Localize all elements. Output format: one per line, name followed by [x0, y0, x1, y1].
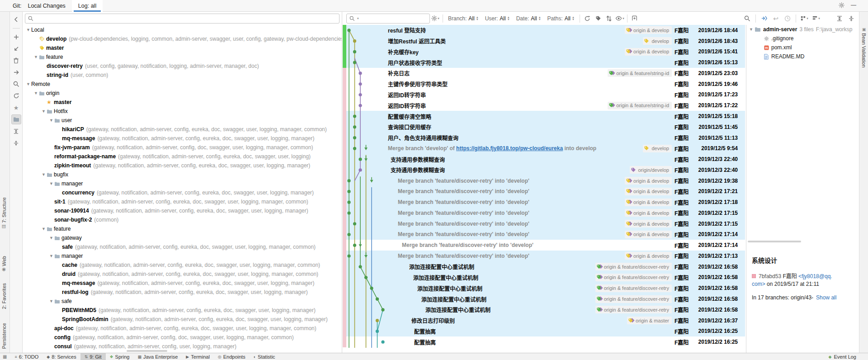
branch-tree-item-origin[interactable]: ▼origin — [23, 89, 342, 98]
branch-tree-item-druid[interactable]: druid(gateway, notification, admin-serve… — [23, 270, 342, 279]
branch-tree-item-sonar-190914[interactable]: sonar-190914(gateway, notification, admi… — [23, 206, 342, 215]
commit-row[interactable]: Merge branch 'develop' of https://gitlab… — [343, 143, 745, 154]
sort-icon[interactable] — [604, 14, 614, 24]
branch-tree-item-manager[interactable]: ▼manager — [23, 179, 342, 188]
statusbar-endpoints[interactable]: ◎Endpoints — [214, 353, 250, 360]
branch-tree-item-sonar-bugfix-2[interactable]: sonar-bugfix-2(common) — [23, 215, 342, 224]
hide-toolwindow-icon[interactable]: — — [851, 2, 856, 8]
filter-date[interactable]: Date:All▲▼ — [516, 15, 541, 22]
bean-validation-tab[interactable]: ▣ Bean Validation — [861, 27, 867, 67]
branch-tree-item-restful-log[interactable]: restful-log(gateway, notification, admin… — [23, 288, 342, 297]
branch-tree-item-config[interactable]: config(gateway, notification, admin-serv… — [23, 333, 342, 342]
branch-label[interactable]: origin & develop — [625, 48, 672, 56]
commit-row[interactable]: Merge branch 'feature/discover-retry' in… — [343, 208, 745, 218]
branch-label[interactable]: origin/develop — [630, 166, 672, 174]
expand-arrow-icon[interactable]: ▼ — [48, 116, 54, 125]
commit-row[interactable]: 补充缓存keyorigin & developF嘉阳2019/12/6 15:4… — [343, 47, 745, 57]
branch-tree-item-sit-1[interactable]: sit-1(gateway, notification, admin-serve… — [23, 197, 342, 206]
branch-tree-item-gateway[interactable]: ▼gateway — [23, 233, 342, 242]
commit-row[interactable]: 返回ID转字符串origin & feature/string-idF嘉阳201… — [343, 100, 745, 111]
commit-row[interactable]: 添加连接配置中心重试机制origin & feature/discover-re… — [343, 261, 745, 272]
changed-file-readme-md[interactable]: README.MD — [746, 52, 859, 61]
commit-row[interactable]: 增加Restful 返回工具类developF嘉阳2019/12/6 18:43 — [343, 36, 745, 47]
collapse-all-icon[interactable] — [11, 138, 21, 148]
branch-tree-item-springbootadmin[interactable]: SpringBootAdmin(gateway, notification, a… — [23, 315, 342, 324]
branch-label[interactable]: origin & develop — [625, 199, 672, 206]
stripe-tab--structure[interactable]: ▤ 7: Structure — [1, 197, 7, 229]
stripe-tab-web[interactable]: ◉ Web — [1, 256, 7, 272]
navigate-commit-icon[interactable] — [759, 14, 769, 24]
commit-row[interactable]: 用户状态接收字符类型F嘉阳2019/12/6 15:13 — [343, 57, 745, 68]
branch-label[interactable]: origin & feature/discover-retry — [595, 295, 672, 303]
log-settings-gear-icon[interactable] — [430, 14, 441, 24]
branch-tree-item-zipkin-timeout[interactable]: zipkin-timeout(gateway, notification, ad… — [23, 161, 342, 170]
branch-label[interactable]: origin & develop — [625, 177, 672, 185]
trash-icon[interactable] — [11, 56, 21, 66]
commit-row[interactable]: 用户、角色支持通用模糊查询F嘉阳2019/12/5 11:13 — [343, 133, 745, 143]
commit-row[interactable]: Merge branch 'feature/discover-retry' in… — [343, 229, 745, 240]
eye-view-options-icon[interactable] — [614, 14, 625, 24]
commit-row[interactable]: Merge branch 'feature/discover-retry' in… — [343, 240, 745, 251]
expand-all-icon[interactable] — [834, 14, 845, 24]
statusbar-6-todo[interactable]: ≡6: TODO — [10, 353, 42, 360]
branch-tree-item-consul[interactable]: consul(gateway, notification, admin-serv… — [23, 342, 342, 351]
star-icon[interactable]: ★ — [11, 103, 21, 113]
statusbar-statistic[interactable]: ◐Statistic — [250, 353, 279, 360]
expand-arrow-icon[interactable]: ▼ — [41, 224, 47, 233]
merge-source-link[interactable]: https://gitlab.fjy8018.top/pw-cloud/eure… — [456, 145, 563, 152]
commit-row[interactable]: Merge branch 'feature/discover-retry' in… — [343, 218, 745, 229]
author-email-link[interactable]: <fjy8018@qq. — [798, 273, 832, 279]
statusbar-terminal[interactable]: ▶Terminal — [182, 353, 214, 360]
folder-boxed-icon[interactable] — [11, 114, 21, 124]
branch-tree-item-reformat-package-name[interactable]: reformat-package-name(gateway, notificat… — [23, 152, 342, 161]
commit-row[interactable]: Merge branch 'feature/discover-retry' in… — [343, 175, 745, 186]
expand-arrow-icon[interactable]: ▼ — [48, 179, 54, 188]
statusbar-spring[interactable]: ❖Spring — [106, 353, 134, 360]
branch-tree-item-fix-jvm-param[interactable]: fix-jvm-param(gateway, notification, adm… — [23, 143, 342, 152]
filter-branch[interactable]: Branch:All▲▼ — [448, 15, 479, 22]
log-search-input[interactable]: ▾ — [346, 14, 430, 24]
changed-file-pom-xml[interactable]: mpom.xml — [746, 43, 859, 52]
commit-row[interactable]: 配置抽离F嘉阳2019/12/2 16:25 — [343, 336, 745, 347]
commit-row[interactable]: 添加连接配置中心重试机制origin & feature/discover-re… — [343, 304, 745, 315]
changed-files-root-row[interactable]: ▼ admin-server 3 files F:\java_worksp — [746, 25, 859, 34]
history-clock-icon[interactable] — [782, 14, 793, 24]
refresh-icon[interactable] — [582, 14, 593, 24]
branch-label[interactable]: origin & feature/discover-retry — [595, 284, 672, 292]
commit-row[interactable]: 查询接口使用缓存F嘉阳2019/12/5 11:45 — [343, 122, 745, 133]
branch-tree-item-api-doc[interactable]: api-doc(gateway, notification, admin-ser… — [23, 324, 342, 333]
branch-tree-item-mq-message[interactable]: mq-message(gateway, notification, admin-… — [23, 279, 342, 288]
show-all-link[interactable]: Show all — [816, 294, 836, 301]
arrow-right-icon[interactable] — [11, 67, 21, 77]
expand-arrow-icon[interactable]: ▼ — [749, 27, 755, 32]
expand-arrow-icon[interactable]: ▼ — [48, 251, 54, 261]
author-email-link-2[interactable]: com> — [752, 281, 765, 287]
expand-arrow-icon[interactable]: ▼ — [48, 233, 54, 242]
statusbar-8-services[interactable]: ◆8: Services — [42, 353, 80, 360]
expand-arrow-icon[interactable]: ▼ — [33, 52, 39, 62]
branch-tree-item-discover-retry[interactable]: discover-retry(user, config, gateway, no… — [23, 62, 342, 71]
branch-label[interactable]: origin & develop — [625, 231, 672, 238]
branch-tree-item-safe[interactable]: safe(gateway, notification, admin-server… — [23, 242, 342, 251]
commit-row[interactable]: 返回ID转字符串F嘉阳2019/12/5 17:23 — [343, 90, 745, 100]
branch-tree-item-mq-message[interactable]: mq-message(gateway, notification, admin-… — [23, 134, 342, 143]
plus-icon[interactable] — [11, 32, 21, 42]
stripe-tab-persistence[interactable]: Persistence — [1, 323, 7, 349]
branch-label[interactable]: origin & feature/string-id — [608, 102, 672, 109]
expand-arrow-icon[interactable]: ▼ — [25, 25, 31, 34]
filter-user[interactable]: User:All▲▼ — [485, 15, 510, 22]
commit-row[interactable]: 支持通用参数模糊查询F嘉阳2019/12/3 22:40 — [343, 154, 745, 165]
settings-gear-icon[interactable] — [839, 2, 844, 8]
branch-tree-item-cache[interactable]: cache(gateway, notification, admin-serve… — [23, 261, 342, 270]
commit-row[interactable]: 配置抽离F嘉阳2019/12/2 16:25 — [343, 326, 745, 336]
expand-arrow-icon[interactable]: ▼ — [25, 80, 31, 89]
tab-log-all[interactable]: Log: all — [72, 0, 103, 12]
branches-search-input[interactable] — [25, 14, 340, 24]
go-to-hash-icon[interactable] — [593, 14, 604, 24]
expand-arrow-icon[interactable]: ▼ — [33, 89, 39, 98]
branch-tree-item-remote[interactable]: ▼Remote — [23, 80, 342, 89]
commit-row[interactable]: 补充日志origin & feature/string-idF嘉阳2019/12… — [343, 68, 745, 79]
branch-label[interactable]: origin & master — [627, 317, 672, 324]
branch-label[interactable]: origin & feature/discover-retry — [595, 306, 672, 313]
branch-label[interactable]: origin & develop — [625, 209, 672, 217]
